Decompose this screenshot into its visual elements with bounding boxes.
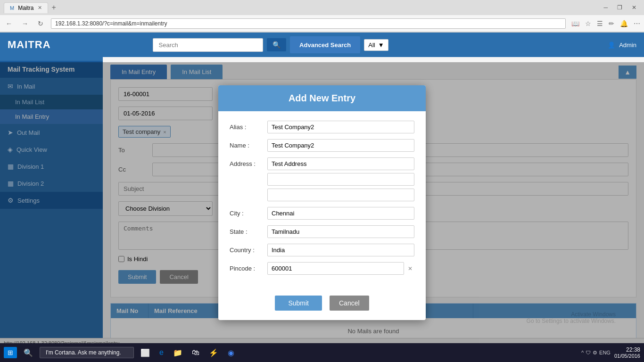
filter-dropdown[interactable]: All ▼: [364, 39, 388, 51]
search-container: 🔍 Advanced Search All ▼: [153, 36, 388, 53]
tray-icon-3: ⚙: [593, 350, 597, 356]
advanced-search-button[interactable]: Advanced Search: [290, 36, 360, 53]
pincode-input-group: ✕: [267, 262, 414, 275]
language-icon: ENG: [599, 350, 611, 355]
search-icon: 🔍: [272, 41, 281, 49]
tab-title: Maitra: [18, 5, 33, 11]
modal-title: Add New Entry: [218, 85, 426, 111]
reload-button[interactable]: ↻: [36, 19, 45, 28]
chevron-down-icon: ▼: [378, 41, 384, 49]
address-bar[interactable]: [51, 18, 566, 29]
taskbar: ⊞ 🔍 I'm Cortana. Ask me anything. ⬜ e 📁 …: [0, 343, 644, 362]
filter-dropdown-value: All: [368, 41, 375, 49]
modal-overlay: Add New Entry Alias : Name : Address : C…: [0, 62, 644, 343]
user-label: Admin: [619, 41, 636, 49]
hub-button[interactable]: ☰: [597, 20, 603, 27]
add-new-entry-modal: Add New Entry Alias : Name : Address : C…: [218, 85, 426, 320]
modal-footer: Submit Cancel: [218, 290, 426, 320]
pincode-row: Pincode : ✕: [230, 262, 414, 275]
taskbar-time-value: 22:38: [614, 346, 640, 353]
city-row: City :: [230, 207, 414, 220]
pincode-input[interactable]: [267, 262, 404, 275]
alias-label: Alias :: [230, 121, 267, 131]
start-button[interactable]: ⊞: [4, 347, 17, 358]
favorites-button[interactable]: ☆: [585, 20, 591, 27]
state-row: State :: [230, 225, 414, 238]
address-label: Address :: [230, 157, 267, 167]
taskbar-clock: 22:38 01/05/2016: [614, 346, 640, 359]
user-icon: 👤: [608, 41, 615, 49]
address-input-group: [267, 157, 414, 201]
address-line3-input[interactable]: [267, 189, 414, 201]
country-row: Country :: [230, 244, 414, 256]
cortana-search[interactable]: I'm Cortana. Ask me anything.: [40, 347, 134, 358]
tray-icon-1: ^: [581, 350, 584, 355]
pincode-clear-button[interactable]: ✕: [406, 265, 414, 272]
search-taskbar-icon: 🔍: [21, 346, 36, 359]
modal-cancel-button[interactable]: Cancel: [330, 296, 369, 311]
store-icon[interactable]: 🛍: [189, 346, 202, 359]
city-input[interactable]: [267, 207, 414, 220]
address-line2-input[interactable]: [267, 173, 414, 186]
filezilla-icon[interactable]: ⚡: [206, 346, 221, 359]
search-input[interactable]: [153, 38, 264, 52]
browser-tab[interactable]: M Maitra ✕: [4, 2, 48, 13]
task-view-icon[interactable]: ⬜: [138, 346, 153, 359]
explorer-icon[interactable]: 📁: [170, 346, 185, 359]
notes-button[interactable]: ✏: [609, 20, 614, 27]
antivirus-icon: 🛡: [586, 350, 591, 355]
system-tray: ^ 🛡 ⚙ ENG: [581, 350, 611, 356]
close-window-button[interactable]: ✕: [628, 3, 640, 12]
state-label: State :: [230, 225, 267, 235]
modal-submit-button[interactable]: Submit: [275, 296, 322, 311]
notifications-button[interactable]: 🔔: [620, 20, 628, 27]
taskbar-date-value: 01/05/2016: [614, 353, 640, 359]
back-button[interactable]: ←: [4, 19, 14, 28]
chrome-icon[interactable]: ◉: [225, 346, 237, 359]
more-button[interactable]: ⋯: [634, 20, 640, 27]
edge-icon[interactable]: e: [157, 346, 166, 359]
reading-view-button[interactable]: 📖: [571, 20, 579, 27]
country-input[interactable]: [267, 244, 414, 256]
forward-button[interactable]: →: [20, 19, 30, 28]
country-label: Country :: [230, 244, 267, 254]
taskbar-right: ^ 🛡 ⚙ ENG 22:38 01/05/2016: [581, 346, 640, 359]
pincode-label: Pincode :: [230, 262, 267, 272]
user-menu[interactable]: 👤 Admin: [608, 41, 636, 49]
new-tab-button[interactable]: +: [48, 3, 60, 12]
app-logo: MAITRA: [8, 39, 51, 51]
state-input[interactable]: [267, 225, 414, 238]
modal-body: Alias : Name : Address : City :: [218, 111, 426, 290]
name-label: Name :: [230, 139, 267, 149]
tab-favicon: M: [10, 5, 14, 11]
address-line1-input[interactable]: [267, 157, 414, 170]
alias-row: Alias :: [230, 121, 414, 133]
city-label: City :: [230, 207, 267, 217]
address-row: Address :: [230, 157, 414, 201]
tab-close-button[interactable]: ✕: [38, 5, 42, 11]
minimize-button[interactable]: ─: [600, 3, 611, 12]
name-input[interactable]: [267, 139, 414, 152]
restore-button[interactable]: ❐: [613, 3, 626, 12]
search-button[interactable]: 🔍: [267, 38, 286, 51]
app-header: MAITRA 🔍 Advanced Search All ▼ 👤 Admin: [0, 33, 644, 57]
alias-input[interactable]: [267, 121, 414, 133]
name-row: Name :: [230, 139, 414, 152]
